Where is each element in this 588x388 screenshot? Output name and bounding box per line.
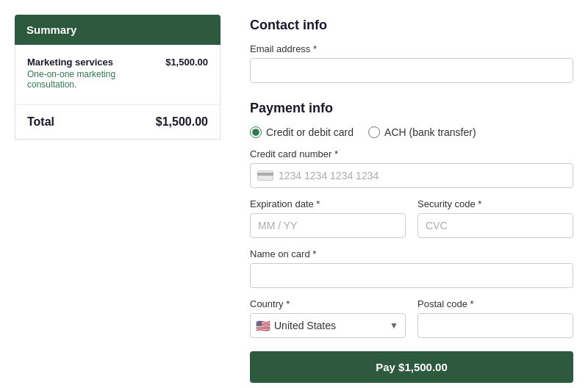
summary-panel: Summary Marketing services One-on-one ma…: [15, 15, 220, 388]
credit-card-option[interactable]: Credit or debit card: [250, 126, 354, 138]
payment-section-title: Payment info: [250, 101, 573, 116]
total-label: Total: [27, 115, 54, 129]
name-on-card-label: Name on card *: [250, 248, 573, 259]
ach-label: ACH (bank transfer): [384, 126, 476, 138]
postal-input[interactable]: [417, 313, 573, 338]
expiration-field: Expiration date *: [250, 198, 406, 238]
postal-label: Postal code *: [417, 298, 573, 309]
summary-item-name: Marketing services: [27, 57, 165, 68]
contact-section: Contact info Email address *: [250, 18, 573, 83]
name-on-card-field: Name on card *: [250, 248, 573, 288]
pay-button[interactable]: Pay $1,500.00: [250, 351, 573, 383]
contact-section-title: Contact info: [250, 18, 573, 33]
summary-total: Total $1,500.00: [15, 104, 220, 140]
email-label: Email address *: [250, 43, 573, 54]
summary-item-price: $1,500.00: [165, 57, 208, 68]
summary-item-description: One-on-one marketing consultation.: [27, 69, 165, 90]
summary-header: Summary: [15, 15, 220, 45]
country-select-wrapper: 🇺🇸 United States Canada United Kingdom ▼: [250, 313, 406, 338]
card-number-field: Credit card number *: [250, 148, 573, 188]
svg-rect-1: [257, 173, 273, 176]
postal-field: Postal code *: [417, 298, 573, 338]
ach-radio[interactable]: [368, 126, 380, 138]
expiration-input[interactable]: [250, 213, 406, 238]
credit-card-radio[interactable]: [250, 126, 262, 138]
country-label: Country *: [250, 298, 406, 309]
summary-body: Marketing services One-on-one marketing …: [15, 45, 220, 105]
summary-item: Marketing services One-on-one marketing …: [27, 57, 208, 90]
country-postal-row: Country * 🇺🇸 United States Canada United…: [250, 298, 573, 338]
credit-card-label: Credit or debit card: [266, 126, 354, 138]
payment-methods: Credit or debit card ACH (bank transfer): [250, 126, 573, 138]
card-number-label: Credit card number *: [250, 148, 573, 159]
security-input[interactable]: [417, 213, 573, 238]
country-select[interactable]: United States Canada United Kingdom: [250, 313, 406, 338]
email-input[interactable]: [250, 58, 573, 83]
payment-panel: Contact info Email address * Payment inf…: [250, 15, 573, 388]
credit-card-icon: [257, 170, 273, 182]
name-on-card-input[interactable]: [250, 263, 573, 288]
total-amount: $1,500.00: [156, 115, 208, 129]
card-number-input[interactable]: [250, 163, 573, 188]
country-field: Country * 🇺🇸 United States Canada United…: [250, 298, 406, 338]
expiry-security-row: Expiration date * Security code *: [250, 198, 573, 238]
payment-section: Payment info Credit or debit card ACH (b…: [250, 101, 573, 388]
security-label: Security code *: [417, 198, 573, 209]
expiration-label: Expiration date *: [250, 198, 406, 209]
ach-option[interactable]: ACH (bank transfer): [368, 126, 476, 138]
security-field: Security code *: [417, 198, 573, 238]
